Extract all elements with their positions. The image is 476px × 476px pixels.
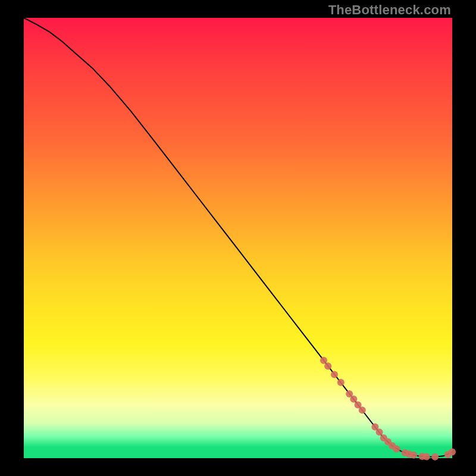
data-point xyxy=(350,396,357,403)
data-point xyxy=(431,453,439,461)
curve-markers xyxy=(320,357,456,461)
data-point xyxy=(324,362,331,369)
data-point xyxy=(410,452,417,459)
chart-frame: TheBottleneck.com xyxy=(0,0,476,476)
data-point xyxy=(331,371,338,378)
data-point xyxy=(337,379,345,386)
bottleneck-curve xyxy=(24,18,452,457)
data-point xyxy=(449,449,456,456)
data-point xyxy=(359,406,366,414)
data-point xyxy=(376,428,383,436)
data-point xyxy=(320,357,327,364)
data-point xyxy=(393,446,400,453)
plot-area xyxy=(24,18,452,458)
watermark-text: TheBottleneck.com xyxy=(328,2,451,18)
chart-svg xyxy=(24,18,452,458)
data-point xyxy=(423,453,430,460)
